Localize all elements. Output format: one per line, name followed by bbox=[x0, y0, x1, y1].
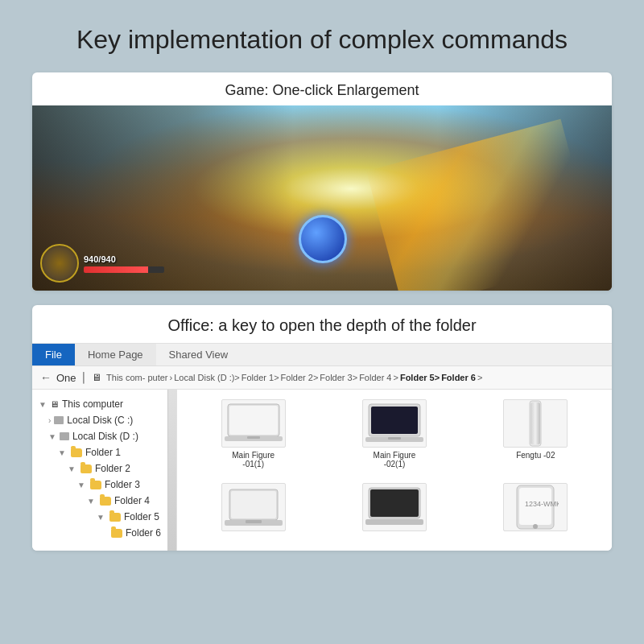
svg-text:1234-WMK53: 1234-WMK53 bbox=[525, 500, 559, 508]
file-thumb-1 bbox=[221, 399, 286, 448]
file-thumb-2 bbox=[362, 399, 427, 448]
folder-icon bbox=[100, 497, 111, 506]
game-avatar bbox=[40, 244, 79, 283]
game-health-bar: 940/940 bbox=[84, 254, 164, 273]
breadcrumb-folder5[interactable]: Folder 5> bbox=[400, 373, 440, 382]
tab-shared-view[interactable]: Shared View bbox=[156, 344, 241, 365]
breadcrumb-folder4[interactable]: Folder 4 bbox=[359, 373, 391, 382]
file-label-1: Main Figure -01(1) bbox=[221, 451, 286, 469]
macbook-svg-2 bbox=[365, 402, 423, 444]
file-label-3: Fengtu -02 bbox=[516, 451, 555, 460]
slim-svg bbox=[523, 400, 547, 447]
breadcrumb-folder1[interactable]: Folder 1> bbox=[242, 373, 279, 382]
folder-icon bbox=[90, 481, 101, 489]
expand-icon: › bbox=[48, 416, 51, 425]
scroll-thumb bbox=[171, 391, 175, 423]
macbook-stand-svg bbox=[225, 485, 283, 530]
expand-icon: ▼ bbox=[48, 432, 56, 441]
breadcrumb-bar: ← One │ 🖥 This com- puter › Local Disk (… bbox=[32, 366, 612, 390]
svg-rect-9 bbox=[530, 402, 540, 444]
breadcrumb-this-computer[interactable]: This com- puter bbox=[106, 373, 167, 382]
breadcrumb-separator: │ bbox=[81, 372, 88, 383]
page-container: Key implementation of complex commands G… bbox=[0, 0, 644, 644]
breadcrumb-one: One bbox=[56, 372, 76, 384]
game-card-title: Game: One-click Enlargement bbox=[32, 72, 612, 105]
office-toolbar: File Home Page Shared View bbox=[32, 344, 612, 366]
sidebar-label-folder4: Folder 4 bbox=[114, 495, 150, 506]
computer-icon: 🖥 bbox=[50, 399, 59, 409]
expand-icon: ▼ bbox=[77, 481, 85, 489]
file-thumb-5 bbox=[362, 483, 427, 531]
file-thumb-4 bbox=[221, 483, 286, 531]
svg-rect-5 bbox=[371, 407, 418, 434]
office-sidebar: ▼ 🖥 This computer › Local Disk (C :) ▼ L… bbox=[32, 390, 177, 551]
file-item-3[interactable]: Fengtu -02 bbox=[469, 399, 602, 475]
game-bg: 940/940 bbox=[32, 105, 612, 291]
expand-icon: ▼ bbox=[87, 497, 95, 506]
sidebar-item-computer[interactable]: ▼ 🖥 This computer bbox=[32, 396, 176, 412]
office-card-title: Office: a key to open the depth of the f… bbox=[32, 305, 612, 343]
sidebar-item-folder2[interactable]: ▼ Folder 2 bbox=[32, 460, 176, 477]
sidebar-label-folder1: Folder 1 bbox=[85, 447, 121, 458]
file-label-2: Main Figure -02(1) bbox=[362, 451, 427, 469]
office-ui: File Home Page Shared View ← One │ 🖥 Thi… bbox=[32, 343, 612, 551]
breadcrumb-folder3[interactable]: Folder 3> bbox=[320, 373, 357, 382]
sidebar-item-folder3[interactable]: ▼ Folder 3 bbox=[32, 477, 176, 493]
sidebar-item-folder4[interactable]: ▼ Folder 4 bbox=[32, 493, 176, 509]
file-item-4[interactable] bbox=[187, 483, 320, 541]
svg-rect-7 bbox=[388, 437, 401, 440]
sidebar-label-folder5: Folder 5 bbox=[124, 511, 159, 522]
sidebar-item-folder5[interactable]: ▼ Folder 5 bbox=[32, 509, 176, 525]
file-thumb-6: 1234-WMK53 bbox=[503, 483, 568, 531]
sidebar-item-local-d[interactable]: ▼ Local Disk (D :) bbox=[32, 428, 176, 444]
office-card: Office: a key to open the depth of the f… bbox=[32, 305, 612, 551]
tab-file[interactable]: File bbox=[32, 344, 75, 365]
svg-rect-13 bbox=[246, 520, 262, 523]
sidebar-label-folder6: Folder 6 bbox=[126, 527, 161, 539]
game-hp-bar bbox=[84, 266, 164, 273]
folder-icon bbox=[109, 513, 121, 522]
expand-icon: ▼ bbox=[68, 464, 76, 473]
game-health-text: 940/940 bbox=[84, 254, 164, 264]
computer-icon: 🖥 bbox=[92, 372, 101, 383]
disk-icon-c bbox=[54, 416, 64, 424]
svg-rect-16 bbox=[365, 519, 423, 525]
sidebar-item-local-c[interactable]: › Local Disk (C :) bbox=[32, 412, 176, 428]
file-item-1[interactable]: Main Figure -01(1) bbox=[187, 399, 320, 475]
folder-icon bbox=[80, 464, 92, 473]
game-card: Game: One-click Enlargement 940/940 bbox=[32, 72, 612, 291]
expand-icon: ▼ bbox=[39, 400, 47, 409]
file-item-6[interactable]: 1234-WMK53 bbox=[469, 483, 602, 541]
file-item-5[interactable] bbox=[328, 483, 460, 541]
sidebar-item-folder1[interactable]: ▼ Folder 1 bbox=[32, 444, 176, 460]
file-item-2[interactable]: Main Figure -02(1) bbox=[328, 399, 460, 475]
folder-icon bbox=[71, 448, 82, 457]
sidebar-label-d: Local Disk (D :) bbox=[72, 431, 138, 442]
expand-icon: ▼ bbox=[97, 513, 105, 522]
sidebar-label-folder3: Folder 3 bbox=[105, 479, 140, 490]
scroll-track[interactable] bbox=[170, 390, 176, 551]
back-button[interactable]: ← bbox=[40, 371, 52, 384]
breadcrumb-path: This com- puter › Local Disk (D :)> Fold… bbox=[106, 373, 482, 382]
svg-rect-3 bbox=[247, 436, 260, 439]
svg-rect-11 bbox=[231, 491, 276, 518]
svg-rect-1 bbox=[229, 406, 278, 435]
ipad-svg: 1234-WMK53 bbox=[512, 484, 559, 530]
game-screenshot: 940/940 bbox=[32, 105, 612, 291]
breadcrumb-folder2[interactable]: Folder 2> bbox=[281, 373, 319, 382]
expand-icon: ▼ bbox=[58, 448, 66, 457]
sidebar-item-folder6[interactable]: Folder 6 bbox=[32, 525, 176, 541]
sidebar-label-c: Local Disk (C :) bbox=[67, 415, 133, 426]
tab-home[interactable]: Home Page bbox=[75, 344, 156, 365]
office-body: ▼ 🖥 This computer › Local Disk (C :) ▼ L… bbox=[32, 390, 612, 551]
sidebar-label-computer: This computer bbox=[62, 398, 123, 410]
page-title: Key implementation of complex commands bbox=[76, 24, 568, 55]
game-orb bbox=[299, 215, 347, 263]
sep1: › bbox=[170, 373, 173, 382]
sep2: > bbox=[393, 373, 398, 382]
game-bar-fill bbox=[84, 266, 148, 273]
macbook-dark-svg bbox=[365, 486, 423, 528]
breadcrumb-local-disk-d[interactable]: Local Disk (D :)> bbox=[174, 373, 240, 382]
breadcrumb-folder6[interactable]: Folder 6 bbox=[441, 373, 476, 382]
svg-point-19 bbox=[533, 524, 538, 529]
